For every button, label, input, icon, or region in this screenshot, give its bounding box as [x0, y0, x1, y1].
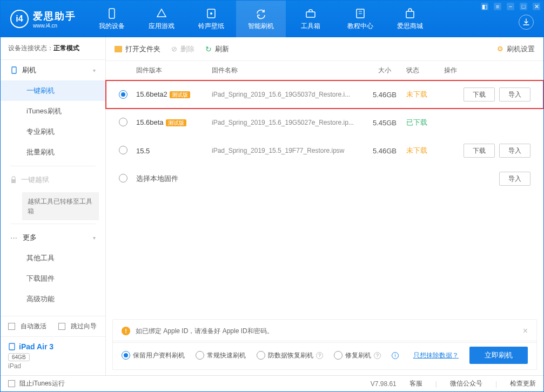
sidebar-section-more[interactable]: ⋯ 更多 ▾	[1, 227, 105, 248]
sidebar-item-more-1[interactable]: 下载固件	[1, 268, 105, 289]
auto-activate-checkbox[interactable]	[8, 323, 15, 330]
option-radio[interactable]	[122, 351, 130, 360]
col-status: 状态	[406, 66, 444, 75]
import-button[interactable]: 导入	[499, 87, 530, 102]
flash-option-3[interactable]: 修复刷机?	[334, 351, 381, 360]
check-update-link[interactable]: 检查更新	[510, 379, 536, 388]
flash-option-2[interactable]: 防数据恢复刷机?	[257, 351, 323, 360]
win-min-icon[interactable]: −	[507, 3, 514, 10]
close-icon[interactable]: ×	[523, 326, 528, 336]
download-icon	[522, 18, 530, 26]
table-header: 固件版本 固件名称 大小 状态 操作	[106, 61, 543, 80]
download-button[interactable]: 下载	[464, 87, 495, 102]
version-text: 15.5	[136, 147, 150, 155]
firmware-name: iPad_Spring_2019_15.6_19G5037d_Restore.i…	[212, 91, 363, 98]
top-nav: 我的设备应用游戏铃声壁纸智能刷机工具箱教程中心爱思商城	[87, 1, 435, 37]
delete-icon: ⊘	[171, 45, 177, 53]
nav-phone[interactable]: 我的设备	[87, 1, 137, 37]
info-icon[interactable]: i	[392, 352, 399, 359]
lock-icon	[10, 176, 17, 184]
jailbreak-note: 越狱工具已转移至工具箱	[22, 192, 99, 220]
window-controls: ◧ ≡ − □ ✕	[481, 3, 540, 10]
refresh-icon: ↻	[205, 45, 212, 53]
toolbar: 打开文件夹 ⊘删除 ↻刷新 ⚙刷机设置	[106, 37, 543, 61]
flash-now-button[interactable]: 立即刷机	[469, 347, 528, 364]
refresh-button[interactable]: ↻刷新	[205, 44, 229, 54]
wechat-link[interactable]: 微信公众号	[450, 379, 482, 388]
flash-settings-button[interactable]: ⚙刷机设置	[497, 44, 535, 54]
nav-book[interactable]: 教程中心	[335, 1, 385, 37]
delete-button[interactable]: ⊘删除	[171, 44, 194, 54]
row-radio[interactable]	[119, 118, 127, 126]
import-button[interactable]: 导入	[499, 172, 530, 186]
sidebar-item-flash-0[interactable]: 一键刷机	[1, 80, 105, 101]
option-radio[interactable]	[334, 351, 342, 360]
col-size: 大小	[363, 66, 406, 75]
nav-label: 教程中心	[347, 22, 373, 31]
option-radio[interactable]	[196, 351, 204, 360]
download-circle-button[interactable]	[519, 15, 534, 30]
sidebar-item-flash-3[interactable]: 批量刷机	[1, 142, 105, 163]
support-link[interactable]: 客服	[409, 379, 422, 388]
firmware-row[interactable]: 15.6beta测试版 iPad_Spring_2019_15.6_19G502…	[106, 109, 543, 137]
local-firmware-label: 选择本地固件	[136, 174, 363, 184]
statusbar: 阻止iTunes运行 V7.98.61 客服 | 微信公众号 | 检查更新	[1, 375, 543, 391]
win-menu-icon[interactable]: ≡	[494, 3, 501, 10]
row-radio[interactable]	[119, 174, 127, 183]
open-folder-button[interactable]: 打开文件夹	[115, 44, 160, 54]
skip-guide-checkbox[interactable]	[58, 323, 65, 330]
row-radio[interactable]	[119, 146, 127, 154]
col-name: 固件名称	[212, 66, 363, 75]
sidebar-item-flash-1[interactable]: iTunes刷机	[1, 101, 105, 121]
option-radio[interactable]	[257, 351, 265, 360]
row-radio[interactable]	[119, 90, 127, 99]
firmware-row[interactable]: 15.6beta2测试版 iPad_Spring_2019_15.6_19G50…	[106, 80, 543, 109]
phone-icon	[106, 8, 118, 19]
firmware-status: 已下载	[406, 118, 444, 127]
main-panel: 打开文件夹 ⊘删除 ↻刷新 ⚙刷机设置 固件版本 固件名称 大小 状态 操作 1…	[106, 37, 543, 375]
info-icon[interactable]: ?	[374, 352, 381, 359]
sidebar-item-more-0[interactable]: 其他工具	[1, 248, 105, 268]
import-button[interactable]: 导入	[499, 144, 530, 158]
flash-option-0[interactable]: 保留用户资料刷机	[122, 351, 185, 360]
firmware-size: 5.46GB	[363, 147, 406, 155]
block-itunes-label: 阻止iTunes运行	[19, 379, 65, 388]
phone-icon	[10, 66, 18, 74]
block-itunes-checkbox[interactable]	[8, 380, 15, 387]
chevron-down-icon: ▾	[93, 235, 96, 241]
sidebar-item-more-2[interactable]: 高级功能	[1, 289, 105, 309]
notice-text: 如已绑定 Apple ID，请准备好 Apple ID和密码。	[136, 327, 273, 336]
toolbox-icon	[305, 8, 317, 19]
ipad-icon	[8, 343, 16, 350]
firmware-row[interactable]: 15.5 iPad_Spring_2019_15.5_19F77_Restore…	[106, 137, 543, 165]
svg-rect-8	[12, 67, 16, 73]
beta-tag: 测试版	[170, 91, 190, 98]
sidebar-section-flash[interactable]: 刷机 ▾	[1, 60, 105, 80]
download-button[interactable]: 下载	[464, 144, 495, 158]
win-close-icon[interactable]: ✕	[533, 3, 540, 10]
svg-rect-3	[306, 12, 315, 17]
nav-music[interactable]: 铃声壁纸	[186, 1, 236, 37]
firmware-row[interactable]: 选择本地固件 导入	[106, 165, 543, 193]
nav-label: 铃声壁纸	[198, 22, 224, 31]
logo-icon: i4	[10, 10, 29, 28]
nav-label: 智能刷机	[248, 22, 274, 31]
win-skin-icon[interactable]: ◧	[481, 3, 488, 10]
gear-icon: ⚙	[497, 45, 503, 53]
firmware-size: 5.46GB	[363, 91, 406, 99]
nav-apps[interactable]: 应用游戏	[137, 1, 186, 37]
section-title: 刷机	[22, 65, 36, 75]
nav-toolbox[interactable]: 工具箱	[286, 1, 335, 37]
nav-refresh[interactable]: 智能刷机	[236, 1, 286, 37]
app-version: V7.98.61	[371, 380, 397, 388]
device-block[interactable]: iPad Air 3 64GB iPad	[1, 336, 105, 375]
sidebar-item-flash-2[interactable]: 专业刷机	[1, 121, 105, 142]
flash-option-1[interactable]: 常规快速刷机	[196, 351, 246, 360]
col-version: 固件版本	[136, 66, 212, 75]
win-max-icon[interactable]: □	[520, 3, 527, 10]
firmware-status: 未下载	[406, 146, 444, 156]
nav-cart[interactable]: 爱思商城	[385, 1, 435, 37]
info-icon[interactable]: ?	[316, 352, 323, 359]
erase-data-link[interactable]: 只想抹除数据？	[413, 351, 459, 360]
svg-rect-7	[406, 11, 414, 18]
